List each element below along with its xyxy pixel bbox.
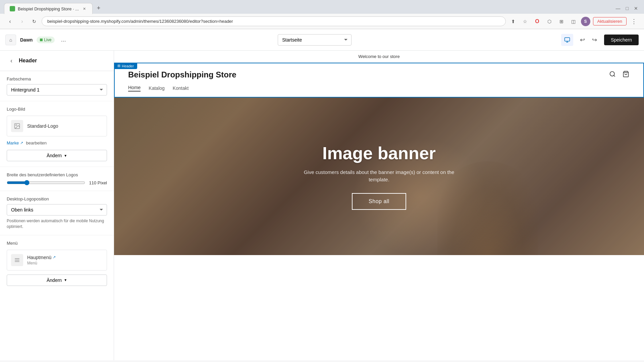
new-tab-button[interactable]: + (94, 4, 103, 13)
home-icon: ⌂ (9, 37, 12, 43)
theme-more-options[interactable]: ... (59, 35, 68, 45)
tab-favicon (10, 6, 15, 11)
logo-section: Logo-Bild Standard-Logo Marke ↗ bearbeit… (0, 101, 114, 167)
menu-icon (11, 254, 23, 266)
page-selector[interactable]: Startseite Katalog Kontakt (278, 34, 352, 46)
live-badge: Live (37, 37, 55, 43)
browser-more-button[interactable]: ⋮ (629, 17, 639, 26)
header-badge-text: Header (122, 64, 134, 68)
store-header[interactable]: ⊞ Header Beispiel Dropshipping Store (114, 63, 644, 98)
shop-all-button[interactable]: Shop all (352, 193, 406, 210)
logo-width-value: 110 Pixel (89, 180, 107, 185)
left-sidebar: ‹ Header Farbschema Hintergrund 1 Hinter… (0, 51, 114, 360)
browser-chrome: Beispiel Dropshipping Store · ... ✕ + — … (0, 0, 644, 29)
extension-icon-1[interactable]: ⬡ (545, 17, 554, 26)
sidebar-title: Header (19, 58, 37, 64)
reload-button[interactable]: ↻ (30, 17, 39, 26)
external-link-icon: ↗ (20, 141, 23, 145)
menu-label: Menü (7, 241, 107, 246)
window-maximize-icon[interactable]: □ (624, 5, 631, 12)
page-selector-container: Startseite Katalog Kontakt (72, 34, 557, 46)
dropdown-icon: ▼ (64, 154, 67, 158)
brand-link-text: Marke (7, 140, 19, 145)
desktop-icon (564, 37, 570, 43)
image-icon (14, 123, 20, 129)
tab-bar: Beispiel Dropshipping Store · ... ✕ + — … (0, 0, 644, 14)
preview-area: Welcome to our store ⊞ Header (114, 51, 644, 360)
nav-home-link[interactable]: Home (128, 85, 141, 92)
close-tab-icon[interactable]: ✕ (82, 6, 87, 11)
opera-icon: O (533, 17, 542, 26)
menu-change-label: Ändern (47, 278, 62, 283)
cart-icon[interactable] (622, 70, 630, 78)
back-nav-button[interactable]: ‹ (5, 17, 15, 26)
menu-external-icon[interactable]: ↗ (53, 255, 56, 259)
logo-change-button[interactable]: Ändern ▼ (7, 150, 107, 161)
banner-subtitle: Give customers details about the banner … (295, 169, 463, 184)
menu-info: Hauptmenü ↗ Menü (27, 255, 56, 265)
logo-preview: Standard-Logo (7, 116, 107, 136)
avatar-initial: S (584, 19, 587, 24)
extension-icon-2[interactable]: ⊞ (557, 17, 566, 26)
shopify-editor: ⌂ Dawn Live ... Startseite Katalog Konta… (0, 29, 644, 360)
viewport-toggle[interactable] (561, 34, 573, 46)
theme-nav-back-button[interactable]: ⌂ (5, 35, 16, 45)
image-banner: Image banner Give customers details abou… (114, 98, 644, 255)
logo-width-field: Breite des benutzerdefinierten Logos 110… (0, 167, 114, 191)
svg-point-6 (610, 72, 614, 76)
header-icons-group (608, 70, 630, 78)
banner-content: Image banner Give customers details abou… (114, 98, 644, 255)
url-text: beispiel-dropshipping-store.myshopify.co… (47, 19, 233, 24)
announcement-text: Welcome to our store (358, 54, 399, 59)
logo-width-slider[interactable] (7, 180, 85, 185)
editor-main: ‹ Header Farbschema Hintergrund 1 Hinter… (0, 51, 644, 360)
undo-redo-group: ↩ ↪ (577, 35, 600, 45)
store-announcement: Welcome to our store (114, 51, 644, 63)
menu-name-row: Hauptmenü ↗ (27, 255, 56, 260)
svg-point-2 (16, 125, 17, 126)
color-scheme-field: Farbschema Hintergrund 1 Hintergrund 2 A… (0, 71, 114, 101)
menu-change-button[interactable]: Ändern ▼ (7, 275, 107, 286)
window-minimize-icon[interactable]: — (614, 5, 623, 12)
profile-avatar[interactable]: S (581, 17, 590, 26)
forward-nav-button[interactable]: › (17, 17, 27, 26)
brand-edit-row: Marke ↗ bearbeiten (7, 140, 107, 146)
header-label-badge: ⊞ Header (114, 63, 137, 69)
editor-topbar: ⌂ Dawn Live ... Startseite Katalog Konta… (0, 29, 644, 51)
search-icon[interactable] (608, 70, 616, 78)
brand-link[interactable]: Marke ↗ (7, 140, 23, 145)
undo-button[interactable]: ↩ (577, 35, 588, 45)
menu-name-text: Hauptmenü (27, 255, 51, 260)
extension-icon-3[interactable]: ◫ (569, 17, 578, 26)
browser-bookmark-icon[interactable]: ☆ (521, 17, 530, 26)
logo-position-field: Desktop-Logoposition Oben links Oben mit… (0, 191, 114, 235)
banner-title: Image banner (322, 143, 436, 163)
tab-title: Beispiel Dropshipping Store · ... (18, 6, 79, 11)
edit-label: bearbeiten (26, 140, 47, 145)
logo-label: Logo-Bild (7, 107, 107, 112)
logo-position-label: Desktop-Logoposition (7, 196, 107, 201)
menu-preview: Hauptmenü ↗ Menü (7, 250, 107, 270)
nav-catalog-link[interactable]: Katalog (149, 85, 164, 91)
preview-frame: Welcome to our store ⊞ Header (114, 51, 644, 360)
redo-button[interactable]: ↪ (589, 35, 600, 45)
menu-type-text: Menü (27, 261, 56, 265)
nav-contact-link[interactable]: Kontakt (173, 85, 189, 91)
active-tab[interactable]: Beispiel Dropshipping Store · ... ✕ (4, 3, 93, 14)
logo-icon (11, 120, 23, 132)
svg-line-7 (614, 75, 615, 77)
section-tag-icon: ⊞ (117, 64, 120, 68)
sidebar-back-button[interactable]: ‹ (7, 56, 16, 65)
aktualisieren-button[interactable]: Aktualisieren (593, 17, 627, 25)
menu-section: Menü Hauptmenü ↗ Menü Ändern (0, 235, 114, 291)
save-button[interactable]: Speichern (604, 35, 639, 45)
svg-rect-0 (565, 38, 570, 41)
url-bar[interactable]: beispiel-dropshipping-store.myshopify.co… (42, 16, 506, 26)
color-scheme-select[interactable]: Hintergrund 1 Hintergrund 2 Akzent 1 Akz… (7, 84, 107, 96)
address-bar: ‹ › ↻ beispiel-dropshipping-store.myshop… (0, 14, 644, 29)
sidebar-header: ‹ Header (0, 51, 114, 71)
browser-share-icon[interactable]: ⬆ (508, 17, 518, 26)
logo-position-select[interactable]: Oben links Oben mittig Oben rechts (7, 204, 107, 216)
window-close-icon[interactable]: ✕ (632, 5, 640, 12)
change-btn-label: Ändern (47, 153, 62, 158)
